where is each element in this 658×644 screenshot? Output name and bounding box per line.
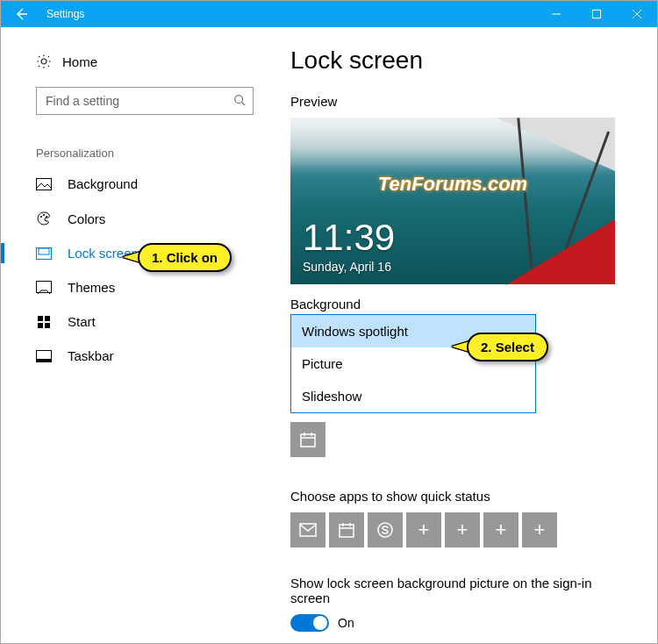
choose-apps-label: Choose apps to show quick status xyxy=(290,489,631,504)
search-input[interactable] xyxy=(44,93,233,109)
svg-rect-18 xyxy=(37,359,51,361)
svg-line-5 xyxy=(242,102,246,105)
sidebar-item-label: Background xyxy=(68,176,138,191)
palette-icon xyxy=(36,211,52,226)
plus-icon: + xyxy=(534,519,546,541)
plus-icon: + xyxy=(496,519,507,541)
back-button[interactable] xyxy=(1,1,41,27)
callout-2: 2. Select xyxy=(467,333,548,361)
category-header: Personalization xyxy=(36,147,254,160)
toggle-state: On xyxy=(338,616,354,630)
sidebar-item-start[interactable]: Start xyxy=(1,304,273,339)
calendar-app-button[interactable] xyxy=(290,422,325,457)
svg-point-4 xyxy=(235,95,243,103)
background-dropdown[interactable]: Windows spotlight Picture Slideshow xyxy=(290,314,536,413)
plus-icon: + xyxy=(457,519,468,541)
background-label: Background xyxy=(290,297,631,311)
minimize-icon xyxy=(552,10,561,18)
gear-icon xyxy=(36,54,52,69)
lock-screen-preview: TenForums.com 11:39 Sunday, April 16 xyxy=(290,118,615,284)
svg-point-9 xyxy=(46,216,47,218)
svg-point-7 xyxy=(40,216,42,218)
start-icon xyxy=(36,315,52,329)
quick-status-calendar[interactable] xyxy=(329,512,364,547)
titlebar: Settings xyxy=(1,1,657,27)
svg-rect-16 xyxy=(45,323,50,328)
svg-rect-1 xyxy=(593,11,601,18)
signin-picture-toggle[interactable] xyxy=(290,614,329,632)
close-button[interactable] xyxy=(617,1,657,27)
quick-status-add-2[interactable]: + xyxy=(445,512,480,547)
sidebar-item-themes[interactable]: Themes xyxy=(1,270,273,304)
svg-rect-12 xyxy=(37,281,52,292)
page-title: Lock screen xyxy=(290,47,631,75)
search-icon xyxy=(233,94,246,109)
lock-screen-icon xyxy=(36,247,52,260)
sidebar-item-label: Taskbar xyxy=(68,348,114,363)
mail-icon xyxy=(299,523,317,537)
window-title: Settings xyxy=(41,8,84,20)
main-pane: Lock screen Preview TenForums.com 11:39 … xyxy=(273,27,657,644)
dropdown-option-slideshow[interactable]: Slideshow xyxy=(291,380,535,412)
taskbar-icon xyxy=(36,350,52,362)
svg-rect-23 xyxy=(300,524,316,536)
svg-rect-24 xyxy=(340,525,354,537)
svg-rect-6 xyxy=(37,178,52,190)
preview-label: Preview xyxy=(290,94,631,109)
quick-status-skype[interactable] xyxy=(368,512,403,547)
sidebar-item-taskbar[interactable]: Taskbar xyxy=(1,339,273,373)
calendar-icon xyxy=(299,431,317,448)
svg-rect-14 xyxy=(45,316,50,321)
sidebar: Home Personalization Background Colors L… xyxy=(1,27,273,644)
home-nav[interactable]: Home xyxy=(1,47,273,76)
sidebar-item-label: Start xyxy=(68,314,96,329)
watermark: TenForums.com xyxy=(378,173,527,196)
calendar-icon xyxy=(339,522,354,538)
sidebar-item-label: Themes xyxy=(68,280,115,295)
sidebar-item-background[interactable]: Background xyxy=(1,167,273,201)
preview-time: 11:39 xyxy=(303,219,395,256)
skype-icon xyxy=(376,521,394,539)
picture-icon xyxy=(36,178,52,190)
quick-status-add-4[interactable]: + xyxy=(522,512,557,547)
sidebar-item-label: Colors xyxy=(68,211,105,226)
plus-icon: + xyxy=(418,519,430,541)
callout-1: 1. Click on xyxy=(138,243,232,272)
svg-rect-19 xyxy=(301,434,315,447)
preview-date: Sunday, April 16 xyxy=(303,260,395,274)
quick-status-mail[interactable] xyxy=(290,512,325,547)
search-box[interactable] xyxy=(36,87,254,115)
home-label: Home xyxy=(62,54,97,69)
svg-rect-13 xyxy=(38,316,43,321)
minimize-button[interactable] xyxy=(536,1,576,27)
maximize-button[interactable] xyxy=(576,1,617,27)
signin-picture-label: Show lock screen background picture on t… xyxy=(290,576,631,605)
svg-point-8 xyxy=(43,214,45,216)
quick-status-add-1[interactable]: + xyxy=(406,512,441,547)
quick-status-add-3[interactable]: + xyxy=(483,512,519,547)
themes-icon xyxy=(36,281,52,295)
sidebar-item-colors[interactable]: Colors xyxy=(1,201,273,236)
svg-rect-11 xyxy=(39,248,49,254)
svg-rect-15 xyxy=(38,323,43,328)
arrow-left-icon xyxy=(14,7,28,21)
close-icon xyxy=(633,10,641,18)
maximize-icon xyxy=(592,10,601,18)
